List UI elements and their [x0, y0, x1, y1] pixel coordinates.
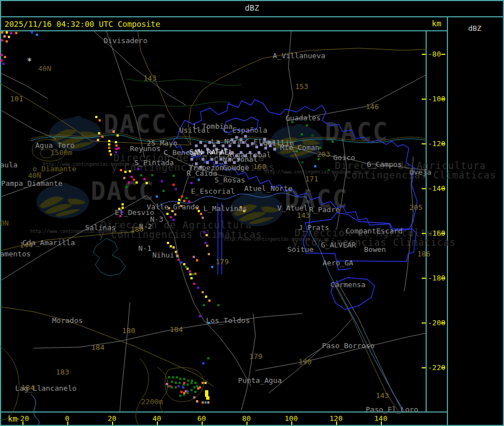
radar-echo-pixel — [242, 141, 245, 144]
radar-echo-pixel — [189, 273, 192, 275]
radar-echo-pixel — [175, 382, 177, 384]
road-number-label: 180 — [130, 226, 143, 233]
radar-echo-pixel — [233, 161, 236, 164]
town-label: R_Caida — [186, 170, 217, 177]
radar-echo-pixel — [240, 151, 242, 154]
radar-echo-pixel — [208, 141, 211, 144]
map-linework — [0, 0, 504, 426]
contour-label: 2200m — [141, 398, 163, 405]
watermark-line2: y Contingencias Climáticas — [99, 230, 262, 240]
radar-echo-pixel — [206, 148, 209, 151]
elevation-contours — [0, 139, 203, 425]
radar-echo-pixel — [195, 144, 198, 147]
radar-echo-pixel — [246, 144, 249, 147]
radar-echo-pixel — [202, 158, 204, 161]
town-label: 25_Mayo — [147, 139, 178, 147]
town-label: Agua_Toro — [35, 142, 74, 149]
radar-echo-pixel — [1, 31, 3, 34]
radar-app-window: dBZ 2025/11/16 04:32:00 UTC Composite km… — [0, 0, 504, 426]
radar-echo-pixel — [10, 32, 12, 34]
radar-echo-pixel — [129, 170, 131, 172]
radar-echo-pixel — [36, 34, 38, 36]
town-label: Goico — [333, 154, 355, 161]
radar-echo-pixel — [204, 401, 207, 404]
town-label: E_Algarrobal — [218, 151, 271, 158]
right-axis-tick-inner — [422, 143, 426, 144]
radar-echo-pixel — [205, 394, 208, 397]
town-label: Aero_GA — [323, 259, 353, 266]
radar-echo-pixel — [187, 380, 189, 382]
radar-echo-pixel — [235, 155, 238, 157]
radar-echo-pixel — [273, 148, 276, 151]
roads-gray — [0, 31, 427, 411]
radar-echo-pixel — [110, 153, 112, 156]
radar-echo-pixel — [186, 383, 189, 386]
radar-echo-pixel — [190, 277, 193, 279]
town-label: quillin — [263, 139, 294, 147]
right-axis-tick-inner — [422, 99, 426, 100]
radar-echo-pixel — [264, 147, 267, 149]
radar-echo-pixel — [208, 299, 211, 302]
town-label: Valle_Grande — [147, 203, 199, 210]
radar-echo-pixel — [199, 166, 202, 168]
town-label: G_ALVEAR — [321, 241, 356, 249]
town-label: C_Nacional — [214, 156, 258, 163]
radar-echo-pixel — [202, 362, 204, 364]
radar-echo-pixel — [4, 56, 6, 58]
department-boundaries — [174, 100, 417, 310]
page-title: dBZ — [0, 4, 504, 12]
radar-echo-pixel — [268, 141, 270, 144]
town-label: La_Nora — [211, 138, 242, 145]
radar-echo-pixel — [222, 144, 225, 147]
radar-echo-pixel — [108, 143, 110, 146]
radar-echo-pixel — [243, 210, 245, 212]
town-label: L_Tombina — [193, 123, 232, 130]
right-axis-tick-inner — [422, 188, 426, 189]
watermark-url: http://www.contingencias.mendoza.gov.ar — [224, 237, 329, 242]
radar-echo-pixel — [178, 199, 180, 201]
radar-echo-pixel — [183, 383, 185, 386]
radar-echo-pixel — [180, 391, 183, 393]
road-number-label: 179 — [216, 258, 228, 265]
radar-echo-pixel — [231, 151, 234, 154]
timestamp-label: 2025/11/16 04:32:00 UTC Composite — [4, 20, 160, 28]
town-label: Salinas — [85, 224, 116, 231]
radar-echo-pixel — [136, 181, 138, 184]
road-number-label: 143 — [376, 392, 389, 399]
radar-echo-pixel — [166, 383, 168, 385]
radar-echo-pixel — [204, 382, 207, 384]
radar-echo-pixel — [95, 116, 97, 118]
radar-echo-pixel — [15, 32, 17, 34]
town-label: Paso_Borroso — [322, 342, 375, 349]
town-label: Goudge — [223, 164, 249, 171]
roads-olive — [0, 31, 427, 411]
radar-echo-pixel — [319, 147, 321, 149]
river-diamante — [31, 135, 427, 143]
lake-llancanelo — [31, 394, 39, 426]
radar-echo-pixel — [115, 141, 117, 143]
radar-echo-pixel — [183, 200, 185, 202]
town-label: L_Malvinas — [203, 205, 247, 212]
radar-echo-pixel — [183, 394, 185, 396]
right-axis-label: -80 — [428, 50, 441, 58]
radar-echo-pixel — [183, 263, 185, 265]
radar-echo-pixel — [174, 213, 176, 216]
watermark-line1: Dirección de Agricultura — [101, 221, 252, 230]
town-label: N-3 — [150, 216, 163, 223]
radar-echo-pixel — [196, 259, 198, 261]
radar-echo-pixel — [190, 182, 193, 184]
radar-echo-pixel — [128, 181, 130, 184]
town-label: Pampa_Diamante — [1, 180, 63, 187]
river-atuel-lower — [306, 196, 403, 412]
watermark-url: http://www.contingencias.mendoza.gov.ar — [30, 230, 136, 234]
radar-echo-pixel — [196, 207, 198, 209]
radar-echo-pixel — [318, 158, 320, 160]
radar-echo-pixel — [151, 174, 153, 176]
radar-echo-pixel — [97, 139, 99, 141]
radar-echo-pixel — [190, 158, 193, 161]
bottom-axis-tick — [67, 422, 68, 425]
radar-echo-pixel — [253, 155, 256, 157]
radar-echo-pixel — [301, 161, 304, 163]
watermark-line1: Dirección de Agricultura — [114, 153, 265, 163]
radar-echo-pixel — [98, 132, 100, 134]
